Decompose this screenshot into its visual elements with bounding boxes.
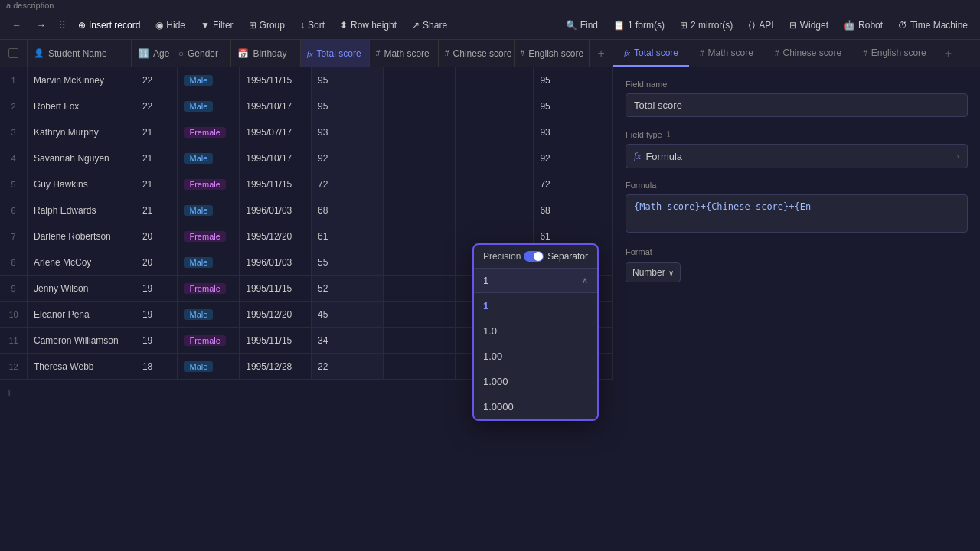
cell-total: 93 <box>312 119 384 145</box>
col-header-total-score[interactable]: fx Total score <box>301 40 370 67</box>
math-score-tab-icon: # <box>700 49 704 57</box>
cell-name[interactable]: Arlene McCoy <box>28 249 136 275</box>
cell-gender: Fremale <box>178 119 240 145</box>
cell-birthday: 1995/12/20 <box>240 302 312 327</box>
field-type-group: Field type ℹ fx Formula › <box>626 129 968 168</box>
precision-header: Precision Separator <box>474 245 597 269</box>
panel-content: Field name Field type ℹ fx Formula › For… <box>613 67 980 551</box>
row-meta: 11 <box>0 328 28 353</box>
tab-chinese-score[interactable]: # Chinese score <box>764 41 852 67</box>
sort-button[interactable]: ↕ Sort <box>294 17 331 34</box>
time-machine-button[interactable]: ⏱ Time Machine <box>892 17 974 34</box>
gender-badge: Fremale <box>184 179 225 190</box>
cell-name[interactable]: Cameron Williamson <box>28 328 136 353</box>
number-format-dropdown[interactable]: Number ∨ <box>626 262 681 282</box>
cell-name[interactable]: Savannah Nguyen <box>28 145 136 171</box>
cell-name[interactable]: Marvin McKinney <box>28 67 136 93</box>
hide-button[interactable]: ◉ Hide <box>149 17 191 34</box>
table-row: 4 Savannah Nguyen 21 Male 1995/10/17 92 … <box>0 145 612 171</box>
cell-total: 55 <box>312 249 384 275</box>
col-header-birthday[interactable]: 📅 Birthday <box>231 40 300 67</box>
tab-total-score[interactable]: fx Total score <box>613 41 689 67</box>
formula-label: Formula <box>626 181 968 190</box>
select-all-header[interactable] <box>0 40 28 67</box>
precision-selected-row[interactable]: 1 ∧ <box>474 269 597 293</box>
row-meta: 4 <box>0 145 28 171</box>
share-button[interactable]: ↗ Share <box>406 17 453 34</box>
row-meta: 2 <box>0 93 28 119</box>
formula-input[interactable]: {Math score}+{Chinese score}+{En <box>626 194 968 233</box>
col-header-chinese-score[interactable]: # Chinese score <box>439 40 514 67</box>
col-header-gender[interactable]: ○ Gender <box>172 40 232 67</box>
cell-age: 18 <box>136 354 178 379</box>
precision-option-1[interactable]: 1 <box>474 293 597 318</box>
row-meta: 10 <box>0 302 28 327</box>
cell-age: 19 <box>136 328 178 353</box>
col-header-student-name[interactable]: 👤 Student Name <box>28 40 132 67</box>
precision-option-1.0000[interactable]: 1.0000 <box>474 394 597 419</box>
add-column-button[interactable]: + <box>590 47 612 60</box>
english-score-tab-icon: # <box>863 49 867 57</box>
cell-gender: Male <box>178 249 240 275</box>
cell-gender: Fremale <box>178 223 240 249</box>
widget-button[interactable]: ⊟ Widget <box>783 17 835 34</box>
row-height-button[interactable]: ⬍ Row height <box>334 17 403 34</box>
precision-option-1.00[interactable]: 1.00 <box>474 344 597 369</box>
cell-english: 92 <box>534 145 612 171</box>
row-number: 8 <box>11 258 15 267</box>
cell-age: 21 <box>136 145 178 171</box>
find-button[interactable]: 🔍 Find <box>560 17 604 34</box>
precision-option-1.000[interactable]: 1.000 <box>474 369 597 394</box>
gender-badge: Male <box>184 309 213 320</box>
cell-birthday: 1995/07/17 <box>240 119 312 145</box>
cell-name[interactable]: Ralph Edwards <box>28 197 136 223</box>
info-icon[interactable]: ℹ <box>667 129 670 139</box>
table-row: 1 Marvin McKinney 22 Male 1995/11/15 95 … <box>0 67 612 93</box>
cell-age: 22 <box>136 67 178 93</box>
cell-birthday: 1996/01/03 <box>240 249 312 275</box>
group-icon: ⊞ <box>249 20 256 31</box>
precision-option-1.0[interactable]: 1.0 <box>474 318 597 344</box>
cell-name[interactable]: Eleanor Pena <box>28 302 136 327</box>
cell-name[interactable]: Jenny Wilson <box>28 276 136 301</box>
cell-total: 22 <box>312 354 384 379</box>
chinese-score-icon: # <box>445 49 449 57</box>
cell-chinese <box>456 197 534 223</box>
field-type-selector[interactable]: fx Formula › <box>626 144 968 168</box>
separator-toggle[interactable]: Separator <box>524 251 588 262</box>
cell-name[interactable]: Theresa Webb <box>28 354 136 379</box>
table-row: 2 Robert Fox 22 Male 1995/10/17 95 95 <box>0 93 612 119</box>
filter-button[interactable]: ▼ Filter <box>194 17 240 34</box>
group-button[interactable]: ⊞ Group <box>243 17 291 34</box>
add-tab-button[interactable]: + <box>937 41 959 67</box>
col-header-english-score[interactable]: # English score <box>514 40 590 67</box>
forms-button[interactable]: 📋 1 form(s) <box>607 17 671 34</box>
share-icon: ↗ <box>412 20 420 31</box>
search-icon: 🔍 <box>566 20 577 31</box>
forward-button[interactable]: → <box>31 17 52 34</box>
cell-name[interactable]: Guy Hawkins <box>28 171 136 197</box>
cell-math <box>384 171 456 197</box>
cell-chinese <box>456 93 534 119</box>
api-button[interactable]: ⟨⟩ API <box>742 17 779 34</box>
forward-icon: → <box>37 20 46 31</box>
col-header-math-score[interactable]: # Math score <box>370 40 439 67</box>
tab-english-score[interactable]: # English score <box>852 41 937 67</box>
select-all-checkbox[interactable] <box>8 48 18 58</box>
field-type-label-row: Field type ℹ <box>626 129 968 139</box>
cell-birthday: 1995/10/17 <box>240 93 312 119</box>
cell-name[interactable]: Robert Fox <box>28 93 136 119</box>
field-name-input[interactable] <box>626 93 968 117</box>
cell-name[interactable]: Darlene Robertson <box>28 223 136 249</box>
robot-icon: 🤖 <box>844 20 855 31</box>
field-name-label: Field name <box>626 80 968 89</box>
robot-button[interactable]: 🤖 Robot <box>838 17 889 34</box>
insert-record-button[interactable]: ⊕ Insert record <box>72 17 146 34</box>
cell-name[interactable]: Kathryn Murphy <box>28 119 136 145</box>
mirrors-button[interactable]: ⊞ 2 mirror(s) <box>674 17 739 34</box>
cell-english: 72 <box>534 171 612 197</box>
col-header-age[interactable]: 🔢 Age <box>132 40 172 67</box>
back-button[interactable]: ← <box>6 17 28 34</box>
cell-english: 95 <box>534 67 612 93</box>
tab-math-score[interactable]: # Math score <box>689 41 764 67</box>
